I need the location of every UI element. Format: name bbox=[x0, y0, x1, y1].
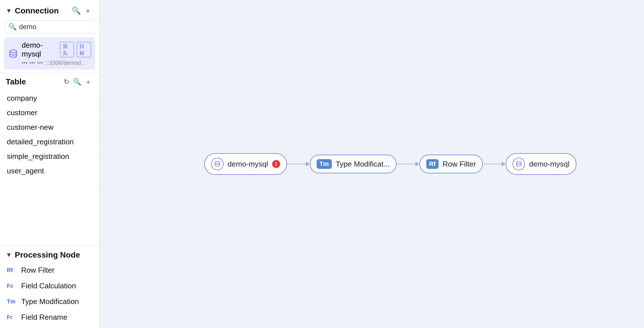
processing-item-field-calculation[interactable]: Fc Field Calculation bbox=[0, 278, 99, 294]
flow-container: demo-mysql ! Tm Type Modificat... Rf Row… bbox=[204, 153, 576, 175]
table-item-customer-new[interactable]: customer-new bbox=[0, 120, 99, 135]
proc-badge-tm: Tm bbox=[7, 298, 17, 305]
source-db-icon bbox=[211, 158, 224, 170]
row-filter-badge: Rf bbox=[426, 159, 438, 169]
svg-point-0 bbox=[10, 50, 17, 53]
dest-node-label: demo-mysql bbox=[529, 160, 569, 169]
table-refresh-button[interactable]: ↻ bbox=[62, 77, 71, 86]
proc-label-field-calculation: Field Calculation bbox=[21, 282, 76, 290]
search-input[interactable] bbox=[19, 23, 104, 31]
proc-badge-rf: Rf bbox=[7, 267, 17, 274]
proc-label-row-filter: Row Filter bbox=[21, 266, 55, 275]
processing-chevron-icon[interactable]: ▼ bbox=[6, 251, 12, 259]
svg-point-2 bbox=[516, 161, 521, 163]
table-list: company customer customer-new detailed_r… bbox=[0, 90, 99, 246]
dest-node[interactable]: demo-mysql bbox=[506, 153, 576, 175]
processing-section-title: Processing Node bbox=[15, 250, 80, 260]
processing-item-field-rename[interactable]: Fr Field Rename bbox=[0, 309, 99, 325]
sidebar: ▼ Connection 🔍 ＋ 🔍 demo-mysql 源头 目标 ••• … bbox=[0, 0, 99, 328]
connection-section-title: Connection bbox=[15, 6, 70, 15]
proc-badge-fr: Fr bbox=[7, 314, 17, 321]
connection-url: ••• ••• ••• :::3306/demod... bbox=[22, 60, 91, 66]
table-section-title: Table bbox=[6, 77, 62, 86]
arrow-3 bbox=[483, 162, 506, 166]
connection-info: demo-mysql 源头 目标 ••• ••• ••• :::3306/dem… bbox=[22, 41, 91, 66]
table-section-header: Table ↻ 🔍 ＋ bbox=[0, 72, 99, 90]
proc-label-field-rename: Field Rename bbox=[21, 313, 67, 322]
arrow-2 bbox=[397, 162, 419, 166]
badge-source: 源头 bbox=[60, 42, 74, 57]
search-icon: 🔍 bbox=[8, 23, 17, 31]
connection-search-button[interactable]: 🔍 bbox=[70, 6, 82, 16]
connection-db-icon bbox=[8, 48, 18, 59]
source-node-label: demo-mysql bbox=[228, 160, 268, 169]
table-item-simple-registration[interactable]: simple_registration bbox=[0, 149, 99, 164]
table-item-customer[interactable]: customer bbox=[0, 106, 99, 120]
type-mod-badge: Tm bbox=[317, 159, 332, 169]
type-modification-node[interactable]: Tm Type Modificat... bbox=[310, 155, 397, 173]
processing-item-row-filter[interactable]: Rf Row Filter bbox=[0, 262, 99, 278]
source-error-icon: ! bbox=[272, 160, 280, 168]
processing-item-type-modification[interactable]: Tm Type Modification bbox=[0, 294, 99, 309]
table-item-user-agent[interactable]: user_agent bbox=[0, 164, 99, 178]
table-item-company[interactable]: company bbox=[0, 91, 99, 106]
source-node[interactable]: demo-mysql ! bbox=[204, 153, 287, 175]
search-box-container: 🔍 bbox=[5, 20, 94, 33]
arrow-1 bbox=[287, 162, 310, 166]
proc-badge-fc: Fc bbox=[7, 283, 17, 289]
badge-target: 目标 bbox=[77, 42, 91, 57]
proc-label-type-modification: Type Modification bbox=[21, 297, 79, 306]
connection-name: demo-mysql bbox=[22, 41, 57, 58]
row-filter-label: Row Filter bbox=[442, 160, 476, 169]
table-item-detailed-registration[interactable]: detailed_registration bbox=[0, 135, 99, 149]
connection-item[interactable]: demo-mysql 源头 目标 ••• ••• ••• :::3306/dem… bbox=[4, 37, 95, 70]
processing-section-header: ▼ Processing Node bbox=[0, 246, 99, 262]
connection-section-header: ▼ Connection 🔍 ＋ bbox=[0, 0, 99, 20]
table-add-button[interactable]: ＋ bbox=[83, 77, 93, 87]
connection-chevron-icon[interactable]: ▼ bbox=[6, 7, 12, 15]
type-mod-label: Type Modificat... bbox=[336, 160, 390, 169]
dest-db-icon bbox=[512, 158, 525, 170]
canvas[interactable]: demo-mysql ! Tm Type Modificat... Rf Row… bbox=[99, 0, 644, 328]
table-search-button[interactable]: 🔍 bbox=[71, 77, 83, 86]
row-filter-node[interactable]: Rf Row Filter bbox=[419, 155, 483, 173]
processing-section: ▼ Processing Node Rf Row Filter Fc Field… bbox=[0, 246, 99, 328]
svg-point-1 bbox=[215, 161, 220, 163]
connection-add-button[interactable]: ＋ bbox=[82, 5, 93, 16]
